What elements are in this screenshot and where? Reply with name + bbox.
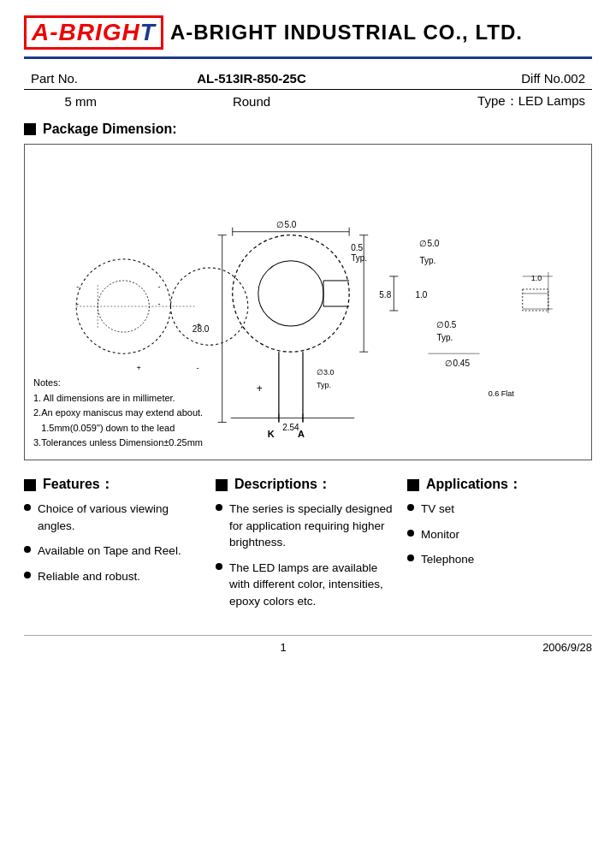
svg-text:-: -: [157, 282, 160, 291]
svg-text:Typ.: Typ.: [317, 381, 331, 389]
descriptions-column: Descriptions： The series is specially de…: [209, 476, 400, 618]
svg-text:Typ.: Typ.: [436, 333, 453, 342]
bullet-icon: [407, 555, 414, 561]
package-dimension-box: ∅5.0 5.8 ∅5.0 Typ. 1.0 2.54 28.0 K A +: [24, 144, 592, 460]
application-item-3: Telephone: [407, 551, 585, 568]
notes-title: Notes:: [33, 376, 203, 391]
svg-text:∅3.0: ∅3.0: [317, 368, 335, 377]
features-header: Features：: [24, 476, 202, 494]
svg-text:∅5.0: ∅5.0: [419, 239, 439, 248]
bullet-icon: [24, 504, 31, 511]
features-column: Features： Choice of various viewing angl…: [24, 476, 209, 618]
application-text-2: Monitor: [421, 526, 459, 543]
page-number: 1: [280, 641, 286, 654]
svg-point-1: [258, 261, 323, 326]
size-mm: 5 mm: [24, 90, 137, 114]
application-text-1: TV set: [421, 501, 454, 518]
package-section-header: Package Dimension:: [24, 122, 592, 137]
package-section-title: Package Dimension:: [43, 122, 177, 137]
svg-text:1.0: 1.0: [531, 274, 542, 282]
svg-text:1.0: 1.0: [415, 290, 427, 300]
bullet-icon: [216, 504, 222, 511]
svg-text:Typ.: Typ.: [351, 253, 367, 263]
svg-rect-40: [523, 289, 548, 311]
note-2: 2.An epoxy maniscus may extend about.: [33, 406, 203, 421]
svg-text:-: -: [197, 364, 199, 372]
section-bullet-icon: [24, 123, 36, 135]
part-no-value: AL-513IR-850-25C: [137, 68, 365, 90]
features-bullet-icon: [24, 479, 36, 491]
application-item-2: Monitor: [407, 526, 585, 543]
company-name: A-BRIGHT INDUSTRIAL CO., LTD.: [170, 21, 523, 44]
svg-text:K: K: [268, 429, 275, 439]
logo-icon: A-BRIGHT: [24, 15, 163, 50]
descriptions-bullet-icon: [216, 479, 228, 491]
feature-text-2: Available on Tape and Reel.: [38, 543, 181, 560]
feature-item-3: Reliable and robust.: [24, 568, 202, 585]
note-3: 3.Tolerances unless Dimension±0.25mm: [33, 436, 203, 451]
diff-no: Diff No.002: [366, 68, 592, 90]
svg-text:+: +: [197, 321, 201, 329]
svg-text:+: +: [257, 383, 263, 394]
svg-text:∅5.0: ∅5.0: [276, 220, 296, 229]
note-2b: 1.5mm(0.059") down to the lead: [33, 421, 203, 436]
svg-text:∅0.45: ∅0.45: [445, 359, 470, 368]
descriptions-header: Descriptions：: [216, 476, 394, 494]
svg-text:A: A: [298, 429, 305, 439]
description-text-2: The LED lamps are available with differe…: [229, 560, 394, 610]
applications-list: TV set Monitor Telephone: [407, 501, 585, 568]
description-item-2: The LED lamps are available with differe…: [216, 560, 394, 610]
features-title: Features：: [43, 476, 114, 494]
applications-header: Applications：: [407, 476, 585, 494]
svg-text:Typ.: Typ.: [419, 256, 435, 265]
shape: Round: [137, 90, 365, 114]
svg-point-38: [171, 268, 248, 345]
bullet-icon: [407, 504, 414, 511]
feature-text-1: Choice of various viewing angles.: [38, 501, 202, 534]
svg-text:-: -: [157, 300, 160, 308]
feature-item-1: Choice of various viewing angles.: [24, 501, 202, 534]
description-item-1: The series is specially designed for app…: [216, 501, 394, 551]
application-item-1: TV set: [407, 501, 585, 518]
bullet-icon: [216, 563, 222, 570]
descriptions-list: The series is specially designed for app…: [216, 501, 394, 609]
svg-point-0: [233, 235, 349, 352]
descriptions-title: Descriptions：: [234, 476, 331, 494]
bullet-icon: [24, 572, 31, 578]
part-info-table: Part No. AL-513IR-850-25C Diff No.002 5 …: [24, 68, 592, 113]
part-no-label: Part No.: [24, 68, 137, 90]
feature-item-2: Available on Tape and Reel.: [24, 543, 202, 560]
svg-text:0.5: 0.5: [351, 243, 363, 252]
svg-text:-: -: [76, 282, 79, 291]
note-1: 1. All dimensions are in millimeter.: [33, 391, 203, 406]
bottom-section: Features： Choice of various viewing angl…: [24, 476, 592, 618]
feature-text-3: Reliable and robust.: [38, 568, 140, 585]
applications-bullet-icon: [407, 479, 419, 491]
svg-text:+: +: [136, 364, 140, 372]
description-text-1: The series is specially designed for app…: [229, 501, 394, 551]
applications-column: Applications： TV set Monitor Telephone: [400, 476, 592, 618]
page-header: A-BRIGHT A-BRIGHT INDUSTRIAL CO., LTD.: [24, 15, 592, 59]
bullet-icon: [24, 546, 31, 553]
footer-date: 2006/9/28: [542, 641, 592, 654]
application-text-3: Telephone: [421, 551, 474, 568]
svg-text:-: -: [76, 300, 79, 308]
page-footer: 1 2006/9/28: [24, 635, 592, 654]
type-led: Type：LED Lamps: [366, 90, 592, 114]
notes-section: Notes: 1. All dimensions are in millimet…: [33, 376, 203, 451]
svg-text:∅0.5: ∅0.5: [436, 320, 456, 329]
applications-title: Applications：: [426, 476, 522, 494]
bullet-icon: [407, 530, 414, 537]
features-list: Choice of various viewing angles. Availa…: [24, 501, 202, 584]
svg-text:0.6 Flat: 0.6 Flat: [489, 389, 515, 398]
svg-text:5.8: 5.8: [379, 290, 391, 300]
